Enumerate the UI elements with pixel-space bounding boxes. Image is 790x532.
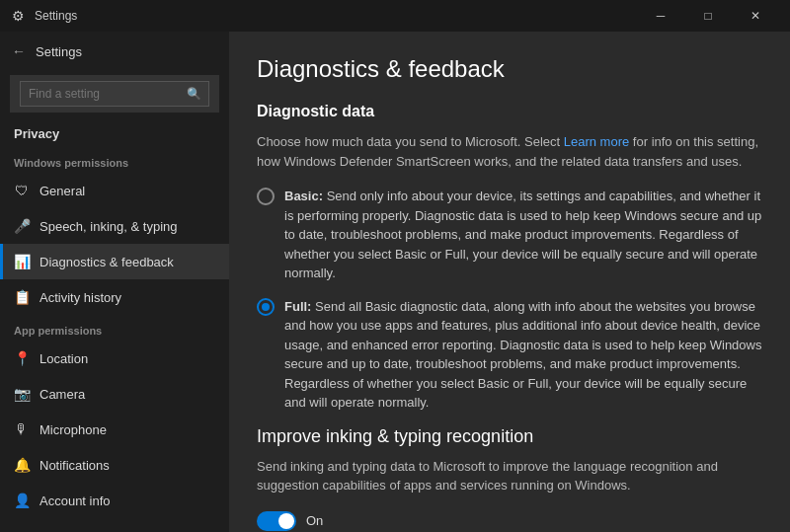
search-icon: 🔍 bbox=[187, 87, 201, 101]
diagnostic-data-title: Diagnostic data bbox=[257, 103, 762, 120]
location-label: Location bbox=[40, 351, 88, 366]
sidebar-item-accountinfo[interactable]: 👤 Account info bbox=[0, 483, 229, 518]
toggle-label: On bbox=[306, 513, 323, 528]
back-button[interactable]: ← Settings bbox=[0, 32, 229, 71]
search-container: 🔍 bbox=[10, 75, 219, 113]
diagnostics-label: Diagnostics & feedback bbox=[40, 255, 174, 269]
inking-desc: Send inking and typing data to Microsoft… bbox=[257, 457, 762, 495]
inking-title: Improve inking & typing recognition bbox=[257, 426, 762, 447]
full-bold: Full: bbox=[284, 299, 311, 314]
full-option: Full: Send all Basic diagnostic data, al… bbox=[257, 297, 762, 413]
general-label: General bbox=[40, 184, 85, 198]
minimize-button[interactable]: ─ bbox=[638, 0, 683, 32]
sidebar-item-activity[interactable]: 📋 Activity history bbox=[0, 279, 229, 315]
basic-option: Basic: Send only info about your device,… bbox=[257, 187, 762, 283]
sidebar-item-notifications[interactable]: 🔔 Notifications bbox=[0, 447, 229, 483]
maximize-button[interactable]: □ bbox=[685, 0, 731, 32]
sidebar-item-diagnostics[interactable]: 📊 Diagnostics & feedback bbox=[0, 244, 229, 279]
full-text: Full: Send all Basic diagnostic data, al… bbox=[284, 297, 762, 413]
activity-icon: 📋 bbox=[14, 289, 30, 305]
speech-label: Speech, inking, & typing bbox=[40, 219, 177, 234]
radio-inner-dot bbox=[262, 303, 270, 311]
title-bar-controls: ─ □ ✕ bbox=[638, 0, 778, 32]
activity-label: Activity history bbox=[40, 290, 121, 305]
main-content: Diagnostics & feedback Diagnostic data C… bbox=[229, 32, 790, 532]
windows-permissions-label: Windows permissions bbox=[0, 147, 229, 173]
microphone-icon: 🎙 bbox=[14, 421, 30, 437]
back-icon: ← bbox=[12, 43, 26, 59]
camera-icon: 📷 bbox=[14, 386, 30, 402]
speech-icon: 🎤 bbox=[14, 218, 30, 234]
title-bar-title: Settings bbox=[35, 9, 77, 23]
sidebar-item-speech[interactable]: 🎤 Speech, inking, & typing bbox=[0, 208, 229, 244]
sidebar-back-label: Settings bbox=[36, 44, 82, 59]
basic-bold: Basic: bbox=[284, 189, 323, 203]
inking-toggle[interactable] bbox=[257, 511, 296, 531]
settings-icon: ⚙ bbox=[12, 8, 25, 24]
sidebar-item-location[interactable]: 📍 Location bbox=[0, 341, 229, 376]
notifications-icon: 🔔 bbox=[14, 457, 30, 473]
title-bar-left: ⚙ Settings bbox=[12, 8, 77, 24]
title-bar: ⚙ Settings ─ □ ✕ bbox=[0, 0, 790, 32]
sidebar-item-camera[interactable]: 📷 Camera bbox=[0, 376, 229, 412]
sidebar: ← Settings 🔍 Privacy Windows permissions… bbox=[0, 32, 229, 532]
toggle-row: On bbox=[257, 511, 762, 531]
full-radio[interactable] bbox=[257, 298, 275, 316]
learn-more-link[interactable]: Learn more bbox=[564, 134, 629, 149]
camera-label: Camera bbox=[40, 387, 85, 402]
basic-text: Basic: Send only info about your device,… bbox=[284, 187, 762, 283]
close-button[interactable]: ✕ bbox=[733, 0, 778, 32]
basic-radio[interactable] bbox=[257, 188, 275, 205]
microphone-label: Microphone bbox=[40, 422, 107, 437]
location-icon: 📍 bbox=[14, 350, 30, 366]
app-body: ← Settings 🔍 Privacy Windows permissions… bbox=[0, 32, 790, 532]
basic-detail: Send only info about your device, its se… bbox=[284, 189, 761, 280]
diagnostics-icon: 📊 bbox=[14, 254, 30, 269]
app-permissions-label: App permissions bbox=[0, 315, 229, 341]
accountinfo-icon: 👤 bbox=[14, 493, 30, 508]
desc-text-before-link: Choose how much data you send to Microso… bbox=[257, 134, 560, 149]
diagnostic-data-desc: Choose how much data you send to Microso… bbox=[257, 132, 762, 171]
notifications-label: Notifications bbox=[40, 458, 110, 473]
full-detail: Send all Basic diagnostic data, along wi… bbox=[284, 299, 761, 411]
search-input[interactable] bbox=[20, 81, 209, 107]
privacy-label: Privacy bbox=[0, 122, 229, 147]
toggle-knob bbox=[278, 513, 294, 529]
general-icon: 🛡 bbox=[14, 183, 30, 198]
sidebar-item-general[interactable]: 🛡 General bbox=[0, 173, 229, 208]
page-title: Diagnostics & feedback bbox=[257, 55, 762, 83]
sidebar-item-microphone[interactable]: 🎙 Microphone bbox=[0, 412, 229, 447]
accountinfo-label: Account info bbox=[40, 494, 111, 508]
